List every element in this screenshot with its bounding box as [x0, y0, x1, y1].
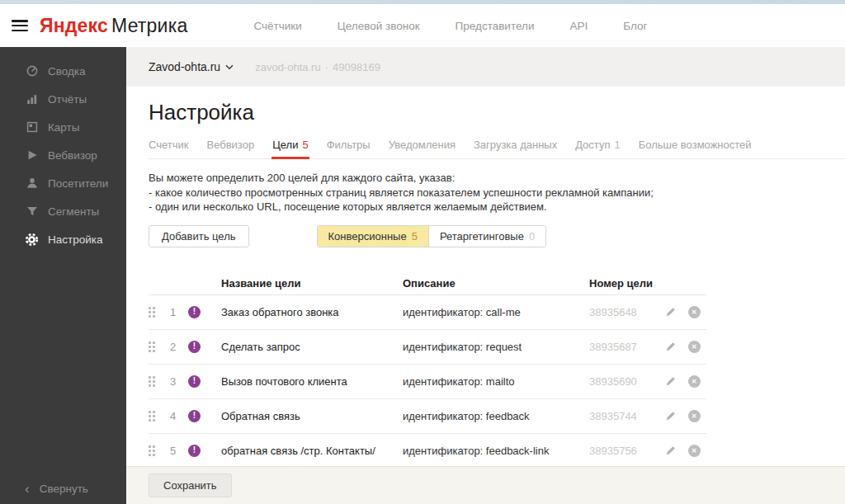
sidebar-item-webvisor[interactable]: Вебвизор — [0, 141, 126, 169]
save-button[interactable]: Сохранить — [149, 473, 232, 497]
logo-product: Метрика — [111, 15, 187, 36]
drag-handle-icon[interactable] — [149, 307, 155, 318]
nav-item-counters[interactable]: Счётчики — [253, 20, 301, 32]
sidebar-item-summary[interactable]: Сводка — [0, 57, 126, 85]
sidebar-item-maps[interactable]: Карты — [0, 113, 126, 141]
app-header: ЯндексМетрика Счётчики Целевой звонок Пр… — [0, 4, 845, 47]
sidebar-item-settings[interactable]: Настройка — [0, 225, 126, 253]
tab-notifications[interactable]: Уведомления — [389, 139, 456, 151]
description-bullet: - какое количество просмотренных страниц… — [149, 186, 845, 200]
close-icon: ✕ — [688, 410, 701, 422]
filter-retargeting-button[interactable]: Ретаргетинговые0 — [429, 226, 545, 247]
goal-number: 38935756 — [589, 445, 659, 457]
sidebar-item-reports[interactable]: Отчёты — [0, 85, 126, 113]
site-name: Zavod-ohta.ru — [149, 60, 220, 73]
sidebar-item-label: Отчёты — [48, 93, 87, 106]
sidebar-collapse-button[interactable]: ‹ Свернуть — [25, 482, 88, 496]
table-row: 3 ! Вызов почтового клиента идентификато… — [149, 365, 706, 399]
nav-item-representatives[interactable]: Представители — [456, 20, 535, 32]
edit-goal-button[interactable] — [659, 375, 682, 388]
goal-name: Заказ обратного звонка — [221, 306, 403, 318]
sidebar-item-segments[interactable]: Сегменты — [0, 197, 126, 225]
app-logo[interactable]: ЯндексМетрика — [40, 15, 187, 37]
delete-goal-button[interactable]: ✕ — [682, 306, 706, 318]
site-selector[interactable]: Zavod-ohta.ru — [149, 60, 234, 73]
sidebar: Сводка Отчёты Карты Вебвизор Посетители — [0, 47, 126, 504]
delete-goal-button[interactable]: ✕ — [682, 375, 706, 388]
sidebar-item-label: Сводка — [48, 65, 86, 78]
sidebar-item-visitors[interactable]: Посетители — [0, 169, 126, 197]
sidebar-item-label: Вебвизор — [48, 149, 97, 162]
goals-toolbar: Добавить цель Конверсионные5 Ретаргетинг… — [149, 225, 845, 247]
pencil-icon — [664, 306, 677, 318]
header-goal-name: Название цели — [221, 277, 403, 290]
footer-bar: Сохранить — [126, 466, 845, 504]
tab-webvisor[interactable]: Вебвизор — [207, 139, 255, 151]
filter-conversion-button[interactable]: Конверсионные5 — [318, 226, 429, 247]
drag-handle-icon[interactable] — [149, 445, 155, 456]
pencil-icon — [664, 445, 677, 457]
separator: · — [325, 61, 328, 73]
logo-brand: Яндекс — [40, 15, 108, 36]
goal-description: идентификатор: mailto — [403, 375, 589, 388]
edit-goal-button[interactable] — [659, 306, 682, 318]
settings-tabs: Счетчик Вебвизор Цели5 Фильтры Уведомлен… — [149, 139, 845, 159]
goal-description: идентификатор: request — [403, 341, 589, 353]
table-row: 1 ! Заказ обратного звонка идентификатор… — [149, 295, 706, 330]
close-icon: ✕ — [688, 375, 701, 388]
nav-item-target-call[interactable]: Целевой звонок — [338, 20, 420, 32]
goal-number: 38935744 — [589, 410, 659, 422]
sidebar-item-label: Настройка — [48, 233, 102, 246]
edit-goal-button[interactable] — [659, 445, 682, 457]
nav-item-api[interactable]: API — [569, 20, 588, 32]
pencil-icon — [664, 410, 677, 422]
play-icon — [25, 148, 39, 163]
add-goal-button[interactable]: Добавить цель — [149, 225, 249, 247]
nav-item-blog[interactable]: Блог — [623, 20, 647, 32]
top-navigation: Счётчики Целевой звонок Представители AP… — [253, 20, 647, 32]
header-goal-number: Номер цели — [589, 277, 659, 290]
tab-counter[interactable]: Счетчик — [149, 139, 189, 151]
counter-info: zavod-ohta.ru·49098169 — [255, 61, 380, 73]
sidebar-item-label: Карты — [48, 121, 79, 134]
layout-icon — [25, 120, 39, 134]
delete-goal-button[interactable]: ✕ — [682, 341, 706, 353]
row-index: 5 — [170, 445, 188, 457]
chevron-left-icon: ‹ — [25, 482, 30, 496]
description-bullet: - один или несколько URL, посещение кото… — [149, 200, 845, 214]
goal-warning-badge-icon: ! — [188, 341, 201, 353]
goal-description: идентификатор: call-me — [403, 306, 589, 318]
goal-name: Сделать запрос — [221, 341, 403, 353]
tab-goals-count: 5 — [302, 139, 308, 151]
counter-id: 49098169 — [333, 61, 380, 73]
goal-warning-badge-icon: ! — [188, 410, 201, 422]
drag-handle-icon[interactable] — [149, 341, 155, 352]
edit-goal-button[interactable] — [659, 410, 682, 422]
tab-access-count: 1 — [615, 139, 621, 151]
tab-goals[interactable]: Цели5 — [272, 139, 309, 151]
close-icon: ✕ — [688, 445, 701, 457]
delete-goal-button[interactable]: ✕ — [682, 410, 706, 422]
hamburger-menu-icon[interactable] — [12, 20, 28, 31]
goal-type-filter: Конверсионные5 Ретаргетинговые0 — [317, 225, 547, 247]
tab-filters[interactable]: Фильтры — [327, 139, 371, 151]
edit-goal-button[interactable] — [659, 341, 682, 353]
pencil-icon — [664, 341, 677, 353]
goal-number: 38935687 — [589, 341, 659, 353]
main-area: Zavod-ohta.ru zavod-ohta.ru·49098169 Нас… — [126, 47, 845, 504]
goal-number: 38935690 — [589, 375, 659, 388]
gauge-icon — [25, 64, 39, 78]
goals-description: Вы можете определить 200 целей для каждо… — [149, 171, 845, 214]
delete-goal-button[interactable]: ✕ — [682, 445, 706, 457]
tab-data-upload[interactable]: Загрузка данных — [474, 139, 557, 151]
drag-handle-icon[interactable] — [149, 411, 155, 422]
gear-icon — [25, 233, 39, 247]
drag-handle-icon[interactable] — [149, 376, 155, 387]
settings-content: Настройка Счетчик Вебвизор Цели5 Фильтры… — [126, 87, 845, 466]
collapse-label: Свернуть — [40, 483, 88, 495]
person-icon — [25, 177, 39, 191]
tab-more-features[interactable]: Больше возможностей — [639, 139, 752, 151]
goal-warning-badge-icon: ! — [188, 375, 201, 388]
tab-access[interactable]: Доступ1 — [575, 139, 621, 151]
counter-domain: zavod-ohta.ru — [255, 61, 321, 73]
